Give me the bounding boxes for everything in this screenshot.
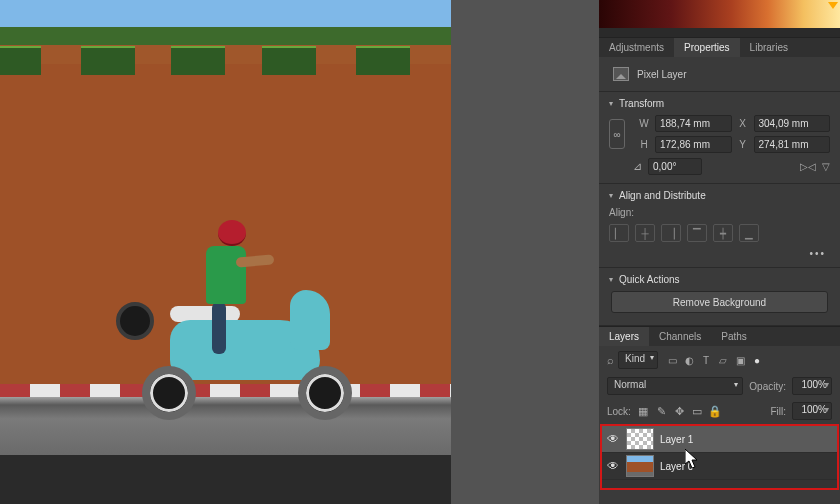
w-label: W xyxy=(637,118,651,129)
align-hcenter-button[interactable]: ┼ xyxy=(635,224,655,242)
canvas-area[interactable] xyxy=(0,0,451,504)
histogram-preview xyxy=(599,0,840,28)
layers-list-highlighted: 👁 Layer 1 👁 Layer 0 xyxy=(600,424,839,490)
layers-tabbar: Layers Channels Paths xyxy=(599,326,840,346)
lock-artboard-icon[interactable]: ▭ xyxy=(691,405,704,418)
x-label: X xyxy=(736,118,750,129)
align-right-button[interactable]: ▕ xyxy=(661,224,681,242)
align-sub-label: Align: xyxy=(609,207,830,218)
tab-channels[interactable]: Channels xyxy=(649,327,711,346)
lock-all-icon[interactable]: 🔒 xyxy=(709,405,722,418)
quick-actions-section: ▾ Quick Actions Remove Background xyxy=(599,268,840,326)
filter-kind-select[interactable]: Kind xyxy=(618,351,658,369)
filter-toggle-icon[interactable]: ● xyxy=(751,354,763,366)
filter-smart-icon[interactable]: ▣ xyxy=(734,354,746,366)
opacity-label: Opacity: xyxy=(749,381,786,392)
tab-layers[interactable]: Layers xyxy=(599,327,649,346)
layer-thumbnail[interactable] xyxy=(626,455,654,477)
layer-row[interactable]: 👁 Layer 1 xyxy=(602,426,837,453)
lock-brush-icon[interactable]: ✎ xyxy=(655,405,668,418)
search-icon[interactable]: ⌕ xyxy=(607,354,614,366)
chevron-down-icon[interactable]: ▾ xyxy=(609,275,613,284)
align-left-button[interactable]: ▏ xyxy=(609,224,629,242)
right-panel-stack: Adjustments Properties Libraries Pixel L… xyxy=(599,0,840,504)
align-title: Align and Distribute xyxy=(619,190,706,201)
layers-panel: Layers Channels Paths ⌕ Kind ▭ ◐ T ▱ ▣ ●… xyxy=(599,326,840,504)
align-section: ▾ Align and Distribute Align: ▏ ┼ ▕ ▔ ┿ … xyxy=(599,184,840,268)
quick-actions-title: Quick Actions xyxy=(619,274,680,285)
filter-adjust-icon[interactable]: ◐ xyxy=(683,354,695,366)
align-bottom-button[interactable]: ▁ xyxy=(739,224,759,242)
chevron-down-icon[interactable]: ▾ xyxy=(609,99,613,108)
angle-field[interactable]: 0,00° xyxy=(648,158,702,175)
fill-label: Fill: xyxy=(770,406,786,417)
blend-mode-select[interactable]: Normal xyxy=(607,377,743,395)
filter-shape-icon[interactable]: ▱ xyxy=(717,354,729,366)
align-vcenter-button[interactable]: ┿ xyxy=(713,224,733,242)
layer-row[interactable]: 👁 Layer 0 xyxy=(602,453,837,480)
document-image xyxy=(0,0,451,455)
lock-label: Lock: xyxy=(607,406,631,417)
filter-pixel-icon[interactable]: ▭ xyxy=(666,354,678,366)
transform-title: Transform xyxy=(619,98,664,109)
visibility-eye-icon[interactable]: 👁 xyxy=(606,459,620,473)
tab-adjustments[interactable]: Adjustments xyxy=(599,38,674,57)
pixel-layer-icon xyxy=(613,67,629,81)
layer-name-label[interactable]: Layer 0 xyxy=(660,461,693,472)
pixel-layer-indicator: Pixel Layer xyxy=(599,57,840,92)
y-field[interactable]: 274,81 mm xyxy=(754,136,831,153)
y-label: Y xyxy=(736,139,750,150)
visibility-eye-icon[interactable]: 👁 xyxy=(606,432,620,446)
properties-tabbar: Adjustments Properties Libraries xyxy=(599,37,840,57)
transform-section: ▾ Transform ∞ W 188,74 mm X 304,09 mm H … xyxy=(599,92,840,184)
more-options-icon[interactable]: ••• xyxy=(609,244,830,259)
tab-properties[interactable]: Properties xyxy=(674,38,740,57)
tab-paths[interactable]: Paths xyxy=(711,327,757,346)
lock-position-icon[interactable]: ✥ xyxy=(673,405,686,418)
tab-libraries[interactable]: Libraries xyxy=(740,38,798,57)
flip-horizontal-icon[interactable]: ▷◁ xyxy=(800,161,816,172)
opacity-field[interactable]: 100% xyxy=(792,377,832,395)
remove-background-button[interactable]: Remove Background xyxy=(611,291,828,313)
angle-icon: ⊿ xyxy=(633,160,642,173)
x-field[interactable]: 304,09 mm xyxy=(754,115,831,132)
layer-name-label[interactable]: Layer 1 xyxy=(660,434,693,445)
h-label: H xyxy=(637,139,651,150)
fill-field[interactable]: 100% xyxy=(792,402,832,420)
layer-thumbnail[interactable] xyxy=(626,428,654,450)
chevron-down-icon[interactable]: ▾ xyxy=(609,191,613,200)
link-wh-icon[interactable]: ∞ xyxy=(609,119,625,149)
lock-transparency-icon[interactable]: ▦ xyxy=(637,405,650,418)
filter-type-icon[interactable]: T xyxy=(700,354,712,366)
flip-vertical-icon[interactable]: ▽ xyxy=(822,161,830,172)
align-top-button[interactable]: ▔ xyxy=(687,224,707,242)
pixel-layer-label: Pixel Layer xyxy=(637,69,686,80)
height-field[interactable]: 172,86 mm xyxy=(655,136,732,153)
width-field[interactable]: 188,74 mm xyxy=(655,115,732,132)
